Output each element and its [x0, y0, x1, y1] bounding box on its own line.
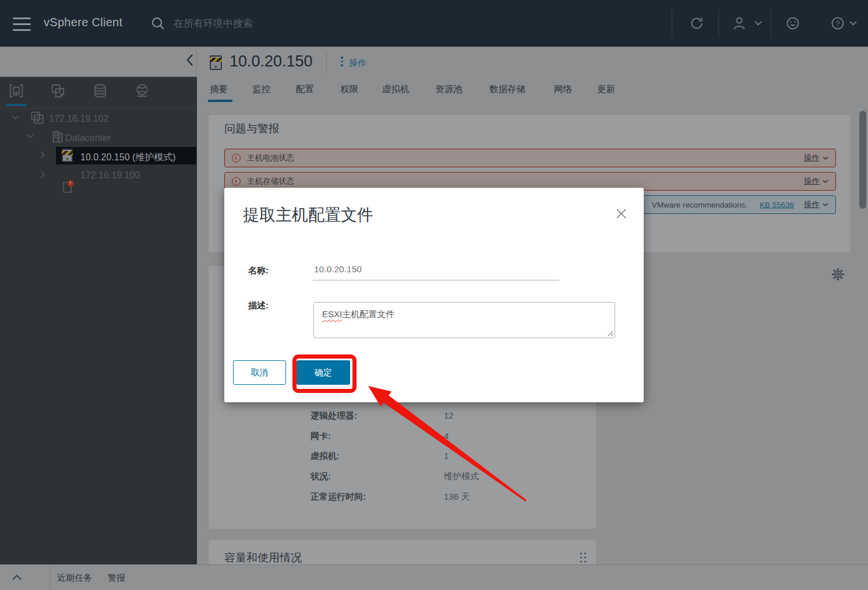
active-nav-tab-underline	[6, 104, 27, 106]
ok-button[interactable]: 确定	[297, 360, 350, 385]
tab-monitor[interactable]: 监控	[252, 83, 270, 96]
vertical-scrollbar[interactable]	[859, 111, 866, 209]
vsphere-client-window: vSphere Client 在所有环境中搜索	[0, 0, 868, 590]
card-title: 问题与警报	[224, 121, 280, 136]
alert-action-label[interactable]: 操作	[804, 153, 820, 163]
tree-item-datacenter[interactable]: Datacenter	[65, 133, 111, 143]
header-divider	[718, 9, 719, 37]
hosts-and-clusters-icon[interactable]	[8, 83, 24, 99]
detail-value: 1	[444, 451, 449, 461]
help-icon[interactable]: ?	[830, 15, 846, 31]
collapse-sidebar-icon[interactable]	[186, 54, 194, 66]
name-label: 名称:	[248, 265, 269, 276]
detail-value: 12	[444, 410, 454, 420]
actions-menu-icon[interactable]	[341, 57, 343, 66]
actions-menu[interactable]: 操作	[349, 58, 366, 69]
storage-icon[interactable]	[92, 83, 108, 99]
detail-label: 状况:	[310, 471, 331, 482]
alert-text: 主机电池状态	[247, 153, 294, 163]
chevron-down-icon[interactable]	[12, 115, 19, 120]
close-icon[interactable]	[616, 209, 626, 219]
refresh-icon[interactable]	[689, 15, 705, 31]
resize-handle-icon[interactable]	[608, 331, 613, 336]
tree-item-vcenter[interactable]: 172.16.19.102	[49, 114, 108, 124]
alert-action-label[interactable]: 操作	[804, 199, 820, 210]
vms-and-templates-icon[interactable]	[50, 83, 66, 99]
chevron-down-icon	[754, 21, 762, 26]
recent-tasks-link[interactable]: 近期任务	[57, 573, 92, 584]
profile-description-textarea[interactable]: ESXI主机配置文件	[313, 302, 615, 338]
drag-handle-icon[interactable]	[580, 553, 587, 563]
dialog-title: 提取主机配置文件	[243, 204, 373, 226]
extract-host-profile-dialog: 提取主机配置文件 名称: 描述: ESXI主机配置文件 取消 确定	[224, 188, 644, 402]
alert-actions-dropdown[interactable]: 操作	[804, 176, 828, 187]
header-divider	[771, 9, 771, 37]
detail-value: 维护模式	[444, 471, 479, 482]
chevron-down-icon[interactable]	[27, 134, 34, 139]
alert-action-label[interactable]: 操作	[804, 176, 820, 187]
alert-text: 主机存储状态	[247, 176, 294, 187]
host-maintenance-icon	[62, 149, 73, 162]
chevron-down-icon	[849, 21, 857, 26]
chevron-right-icon[interactable]	[41, 152, 45, 159]
user-menu-icon[interactable]	[732, 15, 749, 31]
detail-label: 网卡:	[310, 431, 331, 442]
chevron-down-icon	[823, 203, 828, 207]
sidebar-divider	[0, 108, 196, 108]
tab-vms[interactable]: 虚拟机	[382, 83, 410, 96]
gear-icon[interactable]	[831, 268, 845, 281]
tab-configure[interactable]: 配置	[296, 83, 314, 96]
hamburger-menu-icon[interactable]	[13, 17, 31, 31]
detail-value: 136 天	[444, 491, 470, 503]
title-divider	[326, 52, 327, 72]
alert-circle-icon	[232, 154, 241, 163]
tab-updates[interactable]: 更新	[597, 83, 615, 96]
tab-resource-pools[interactable]: 资源池	[435, 83, 463, 96]
tab-permissions[interactable]: 权限	[340, 83, 358, 96]
alert-banner-battery: 主机电池状态 操作	[224, 149, 836, 167]
chevron-down-icon	[823, 180, 828, 184]
profile-name-input[interactable]	[313, 260, 559, 280]
global-search-input[interactable]: 在所有环境中搜索	[174, 17, 253, 30]
alert-text-fragment: VMware recommendations.	[652, 201, 747, 209]
misspelled-text: ESXI	[322, 309, 342, 319]
datacenter-icon	[51, 130, 64, 143]
alert-actions-dropdown[interactable]: 操作	[804, 153, 828, 163]
detail-label: 虚拟机:	[310, 451, 340, 462]
detail-label: 逻辑处理器:	[310, 410, 357, 422]
host-alert-icon	[63, 182, 72, 193]
search-icon	[150, 16, 166, 31]
vcenter-icon	[30, 111, 44, 125]
tree-item-host-selected[interactable]: 10.0.20.150 (维护模式)	[80, 152, 176, 164]
header-divider	[672, 9, 672, 37]
host-maintenance-icon	[210, 55, 222, 70]
feedback-smiley-icon[interactable]	[785, 15, 801, 31]
chevron-right-icon[interactable]	[41, 171, 45, 178]
cancel-button[interactable]: 取消	[233, 360, 286, 385]
networks-icon[interactable]	[134, 83, 150, 99]
app-brand: vSphere Client	[44, 16, 122, 29]
kb-article-link[interactable]: KB 55636	[760, 201, 794, 209]
tab-networks[interactable]: 网络	[554, 83, 572, 96]
detail-label: 正常运行时间:	[310, 491, 366, 503]
detail-value: 4	[444, 431, 449, 441]
svg-text:?: ?	[835, 19, 839, 28]
tab-summary[interactable]: 摘要	[210, 83, 228, 96]
expand-panel-icon[interactable]	[12, 574, 22, 580]
footer-divider	[50, 565, 51, 590]
tab-datastores[interactable]: 数据存储	[489, 83, 525, 96]
alert-actions-dropdown[interactable]: 操作	[804, 199, 828, 210]
chevron-down-icon	[823, 156, 828, 160]
page-title: 10.0.20.150	[230, 52, 313, 71]
sidebar-collapse-strip	[0, 47, 197, 77]
description-text: 主机配置文件	[342, 309, 394, 319]
alert-circle-icon	[232, 177, 241, 186]
card-title: 容量和使用情况	[224, 550, 302, 566]
tree-item-host[interactable]: 172.16.19.100	[80, 170, 140, 181]
top-header-bar: vSphere Client 在所有环境中搜索	[0, 0, 868, 47]
description-label: 描述:	[248, 300, 269, 311]
alarms-link[interactable]: 警报	[108, 573, 125, 584]
footer-bar: 近期任务 警报	[0, 564, 868, 590]
inventory-sidebar: 172.16.19.102 Datacenter 10.0.20.150 (维护…	[0, 77, 197, 564]
active-tab-underline	[208, 100, 232, 102]
